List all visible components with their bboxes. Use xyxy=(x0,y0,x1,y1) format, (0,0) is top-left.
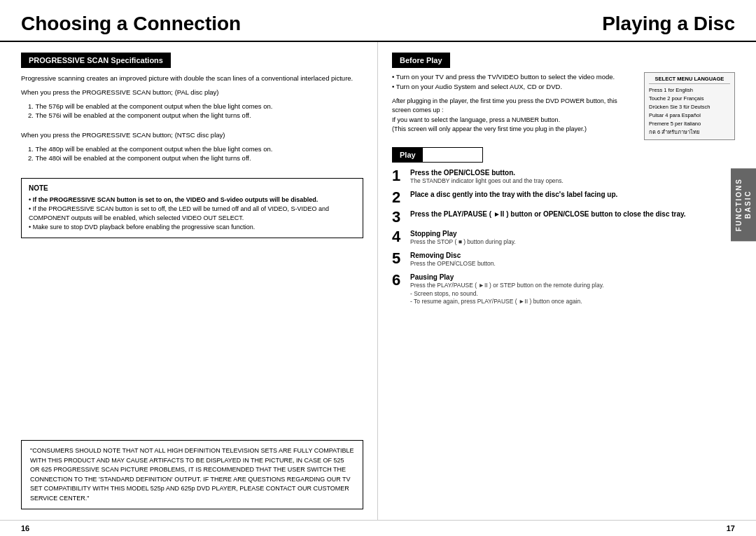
before-play-header: Before Play xyxy=(392,53,450,68)
pal-heading: When you press the PROGRESSIVE SCAN butt… xyxy=(21,88,363,97)
before-play-items: • Turn on your TV and press the TV/VIDEO… xyxy=(392,72,637,92)
consumer-text: "CONSUMERS SHOULD NOTE THAT NOT ALL HIGH… xyxy=(30,446,354,503)
basic-tab-line1: BASIC xyxy=(744,191,752,219)
play-section: Play 1 Press the OPEN/CLOSE button. The … xyxy=(392,147,735,306)
before-play-item-2: • Turn on your Audio System and select A… xyxy=(392,82,637,92)
ntsc-items: 1. The 480p will be enabled at the compo… xyxy=(21,144,363,164)
lang-item-5: Premere 5 per Italiano xyxy=(649,120,730,128)
step-2-number: 2 xyxy=(392,190,405,205)
basic-tab-line2: FUNCTIONS xyxy=(735,178,743,231)
consumer-box: "CONSUMERS SHOULD NOTE THAT NOT ALL HIGH… xyxy=(21,440,363,509)
step-4-main: Stopping Play xyxy=(410,229,735,238)
lang-item-6: กด 6 สำหรับภาษาไทย xyxy=(649,128,730,137)
right-title: Playing a Disc xyxy=(602,13,735,35)
prog-scan-body: Progressive scanning creates an improved… xyxy=(21,74,363,163)
note-item-1: • If the PROGRESSIVE SCAN button is set … xyxy=(29,205,356,223)
step-2-content: Place a disc gently into the tray with t… xyxy=(410,190,735,199)
before-play-content: • Turn on your TV and press the TV/VIDEO… xyxy=(392,72,735,140)
basic-functions-tab: BASIC FUNCTIONS xyxy=(731,168,756,241)
pal-item-2: 2. The 576i will be enabled at the compo… xyxy=(28,111,363,121)
step-6-main: Pausing Play xyxy=(410,273,735,282)
step-3-content: Press the PLAY/PAUSE ( ►II ) button or O… xyxy=(410,209,735,219)
note-box: NOTE • If the PROGRESSIVE SCAN button is… xyxy=(21,178,363,238)
ntsc-item-2: 2. The 480i will be enabled at the compo… xyxy=(28,153,363,163)
language-box: SELECT MENU LANGUAGE Press 1 for English… xyxy=(644,72,735,140)
step-6-content: Pausing Play Press the PLAY/PAUSE ( ►II … xyxy=(410,273,735,307)
step-3-number: 3 xyxy=(392,209,405,225)
page-container: Choosing a Connection Playing a Disc PRO… xyxy=(0,0,756,536)
pal-items: 1. The 576p will be enabled at the compo… xyxy=(21,102,363,121)
footer: 16 17 xyxy=(0,520,756,536)
lang-item-4: Pulsar 4 para Español xyxy=(649,111,730,120)
step-3-main: Press the PLAY/PAUSE ( ►II ) button or O… xyxy=(410,209,735,219)
step-6-sub-1: Press the PLAY/PAUSE ( ►II ) or STEP but… xyxy=(410,282,735,290)
before-play-section: Before Play • Turn on your TV and press … xyxy=(392,53,735,140)
lang-item-3: Drücken Sie 3 für Deutsch xyxy=(649,103,730,111)
before-play-after: After plugging in the player, the first … xyxy=(392,97,637,135)
note-bold-line: • If the PROGRESSIVE SCAN button is set … xyxy=(29,195,356,205)
step-1-main: Press the OPEN/CLOSE button. xyxy=(410,168,735,177)
right-column: Before Play • Turn on your TV and press … xyxy=(378,42,756,520)
header: Choosing a Connection Playing a Disc xyxy=(0,0,756,42)
step-1-number: 1 xyxy=(392,168,405,184)
prog-scan-intro: Progressive scanning creates an improved… xyxy=(21,74,363,83)
step-4-sub: Press the STOP ( ■ ) button during play. xyxy=(410,238,735,247)
step-6-sub-3: - To resume again, press PLAY/PAUSE ( ►I… xyxy=(410,298,735,306)
step-4-content: Stopping Play Press the STOP ( ■ ) butto… xyxy=(410,229,735,247)
before-play-item-1: • Turn on your TV and press the TV/VIDEO… xyxy=(392,72,637,82)
play-header: Play xyxy=(392,147,483,163)
play-label: Play xyxy=(393,148,423,162)
play-step-4: 4 Stopping Play Press the STOP ( ■ ) but… xyxy=(392,229,735,247)
step-1-content: Press the OPEN/CLOSE button. The STANDBY… xyxy=(410,168,735,186)
page-number-right: 17 xyxy=(727,524,735,532)
before-play-after-1: After plugging in the player, the first … xyxy=(392,97,637,116)
lang-item-1: Press 1 for English xyxy=(649,86,730,95)
lang-item-2: Touche 2 pour Français xyxy=(649,95,730,103)
before-play-after-3: (This screen will only appear the very f… xyxy=(392,125,637,135)
prog-scan-header: PROGRESSIVE SCAN Specifications xyxy=(21,53,171,68)
prog-scan-header-label: PROGRESSIVE SCAN Specifications xyxy=(22,53,170,67)
play-step-2: 2 Place a disc gently into the tray with… xyxy=(392,190,735,205)
step-2-main: Place a disc gently into the tray with t… xyxy=(410,190,735,199)
play-step-5: 5 Removing Disc Press the OPEN/CLOSE but… xyxy=(392,251,735,268)
step-5-main: Removing Disc xyxy=(410,251,735,260)
step-6-sub-2: - Screen stops, no sound. xyxy=(410,290,735,298)
before-play-after-2: If you want to select the language, pres… xyxy=(392,116,637,125)
note-header: NOTE xyxy=(29,184,356,192)
left-title: Choosing a Connection xyxy=(21,13,241,35)
ntsc-heading: When you press the PROGRESSIVE SCAN butt… xyxy=(21,130,363,140)
step-1-sub: The STANDBY indicator light goes out and… xyxy=(410,177,735,186)
pal-item-1: 1. The 576p will be enabled at the compo… xyxy=(28,102,363,111)
progressive-scan-section: PROGRESSIVE SCAN Specifications Progress… xyxy=(21,53,363,163)
ntsc-item-1: 1. The 480p will be enabled at the compo… xyxy=(28,144,363,154)
before-play-text: • Turn on your TV and press the TV/VIDEO… xyxy=(392,72,637,135)
step-5-number: 5 xyxy=(392,251,405,266)
before-play-label: Before Play xyxy=(393,53,449,67)
play-step-1: 1 Press the OPEN/CLOSE button. The STAND… xyxy=(392,168,735,186)
play-step-3: 3 Press the PLAY/PAUSE ( ►II ) button or… xyxy=(392,209,735,225)
play-steps: 1 Press the OPEN/CLOSE button. The STAND… xyxy=(392,168,735,306)
step-5-sub: Press the OPEN/CLOSE button. xyxy=(410,260,735,268)
step-6-number: 6 xyxy=(392,273,405,288)
step-4-number: 4 xyxy=(392,229,405,245)
main-content: PROGRESSIVE SCAN Specifications Progress… xyxy=(0,42,756,520)
play-step-6: 6 Pausing Play Press the PLAY/PAUSE ( ►I… xyxy=(392,273,735,307)
note-item-2: • Make sure to stop DVD playback before … xyxy=(29,223,356,232)
step-5-content: Removing Disc Press the OPEN/CLOSE butto… xyxy=(410,251,735,268)
note-text: • If the PROGRESSIVE SCAN button is set … xyxy=(29,195,356,232)
lang-box-title: SELECT MENU LANGUAGE xyxy=(649,76,730,84)
page-number-left: 16 xyxy=(21,524,29,532)
left-column: PROGRESSIVE SCAN Specifications Progress… xyxy=(0,42,378,520)
